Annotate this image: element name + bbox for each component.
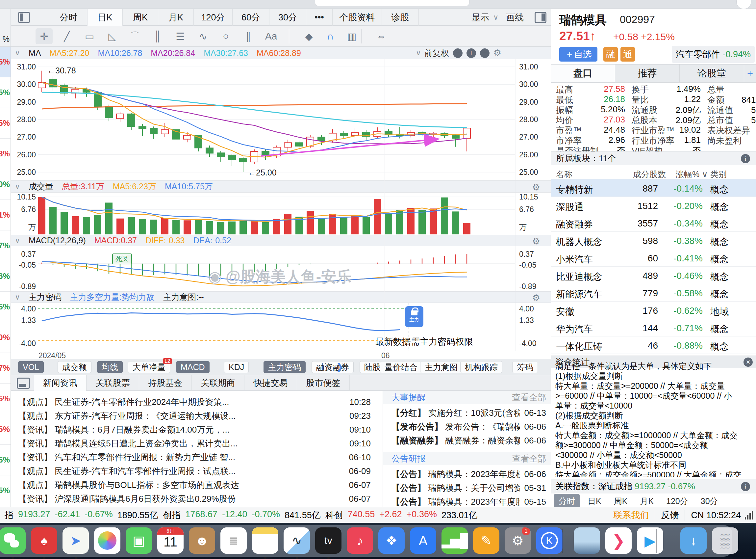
zoom-in-icon[interactable]: + <box>467 48 476 58</box>
sector-row-安徽[interactable]: 安徽176-0.62%地域 <box>551 301 756 319</box>
news-item[interactable]: 【观点】 瑞鹄模具股价与BOLL指标：多空市场的直观表达06-07 <box>11 478 383 492</box>
indicator-筹码[interactable]: 筹码 <box>512 361 538 373</box>
text-tool-icon[interactable]: Aa <box>262 28 280 44</box>
watchlist-row[interactable]: 8% <box>0 139 10 169</box>
info-icon[interactable]: i <box>741 154 750 163</box>
tab-诊股[interactable]: 诊股 <box>382 9 419 26</box>
info-icon[interactable]: i <box>741 482 750 491</box>
sector-row-专精特新[interactable]: 专精特新887-0.14%概念 <box>551 179 756 197</box>
event-item[interactable]: 【发布公告】 发布公告：《瑞鹄模具：2023年年度权益...06-06 <box>383 420 551 433</box>
indicator-VOL[interactable]: VOL <box>18 361 44 373</box>
spacing-tool-icon[interactable]: ⇔ <box>373 28 390 44</box>
dock-freeform-icon[interactable]: ∿ <box>284 528 310 554</box>
view-all-link[interactable]: 查看全部 <box>512 453 546 465</box>
indicator-大单净量[interactable]: 大单净量L2 <box>128 361 170 373</box>
panel-tab-推荐[interactable]: 推荐 <box>615 65 680 82</box>
watchlist-row[interactable]: 7% <box>0 230 10 261</box>
sector-row-一体化压铸[interactable]: 一体化压铸46-0.88%概念 <box>551 336 756 354</box>
news-tab-持股基金[interactable]: 持股基金 <box>139 375 192 391</box>
watchlist-row[interactable]: 5% <box>0 77 10 108</box>
sector-row-华为汽车[interactable]: 华为汽车144-0.71%概念 <box>551 319 756 336</box>
watchlist-row[interactable]: 5% <box>0 475 10 506</box>
more-indicators-icon[interactable]: ❯ <box>336 361 344 372</box>
dock-arrow-app-icon[interactable]: ❯ <box>605 528 632 554</box>
mini-tab-120分[interactable]: 120分 <box>662 494 693 507</box>
indicator-KDJ[interactable]: KDJ <box>224 361 249 373</box>
mini-tab-日K[interactable]: 日K <box>583 494 606 507</box>
news-tab-关联期商[interactable]: 关联期商 <box>192 375 244 391</box>
zhuli-settings-gear-icon[interactable]: ⚙ <box>532 293 540 303</box>
news-tab-快捷交易[interactable]: 快捷交易 <box>244 375 297 391</box>
add-tab-button[interactable]: ＋ <box>744 65 756 82</box>
dock-maps-icon[interactable]: ➤ <box>63 528 89 554</box>
news-item[interactable]: 【资讯】 沪深股通|瑞鹄模具6月6日获外资卖出0.29%股份06-07 <box>11 492 383 506</box>
watchlist-row[interactable]: 5% <box>0 445 10 475</box>
gann-fan-tool-icon[interactable]: ◺ <box>104 28 121 44</box>
dock-contacts-icon[interactable]: ☻ <box>189 528 215 554</box>
sector-row-比亚迪概念[interactable]: 比亚迪概念489-0.46%概念 <box>551 267 756 284</box>
watchlist-row[interactable]: 5% <box>0 292 10 322</box>
event-item[interactable]: 【公告】 瑞鹄模具：2023年年度权益分派实施公告06-06 <box>383 467 551 481</box>
arc-tool-icon[interactable]: ⌒ <box>126 28 143 44</box>
volume-settings-gear-icon[interactable]: ⚙ <box>532 182 540 193</box>
news-item[interactable]: 【观点】 东方证券-汽车行业周报：《交通运输大规模设...09:23 <box>11 409 383 423</box>
tab-分时[interactable]: 分时 <box>50 9 87 26</box>
dock-calendar-icon[interactable]: 6月11 <box>157 528 184 554</box>
connect-badge[interactable]: 通 <box>620 47 635 62</box>
tab-周K[interactable]: 周K <box>123 9 158 26</box>
watchlist-row[interactable]: 5% <box>0 47 10 77</box>
indicator-量价结合[interactable]: 量价结合 <box>380 361 422 373</box>
sector-row-机器人概念[interactable]: 机器人概念598-0.38%概念 <box>551 232 756 249</box>
collapse-chevron-icon[interactable]: ∨ <box>15 293 20 301</box>
left-panel-toggle-icon[interactable] <box>18 12 30 23</box>
mini-tab-月K[interactable]: 月K <box>635 494 658 507</box>
titlebar-search-field[interactable] <box>315 0 469 6</box>
trash-tool-icon[interactable]: ▥ <box>343 28 360 44</box>
titlebar-avatar[interactable] <box>736 0 751 9</box>
mini-tab-30分[interactable]: 30分 <box>696 494 723 507</box>
indicator-机构跟踪[interactable]: 机构跟踪 <box>460 361 502 373</box>
industry-tag[interactable]: 汽车零部件 -0.94% <box>672 46 755 63</box>
dock-trash-icon[interactable]: ▒ <box>712 528 738 554</box>
indicator-主力意图[interactable]: 主力意图 <box>420 361 462 373</box>
news-tab-股市便签[interactable]: 股市便签 <box>297 375 350 391</box>
watchlist-row[interactable]: 7% <box>0 353 10 383</box>
collapse-chevron-icon[interactable]: ∨ <box>15 49 20 57</box>
dock-settings-icon[interactable]: ⚙1 <box>505 528 531 554</box>
indicator-主力密码[interactable]: 主力密码 <box>263 361 306 373</box>
tab-60分[interactable]: 60分 <box>233 9 269 26</box>
drawline-button[interactable]: 画线 <box>506 9 524 26</box>
contact-us-link[interactable]: 联系我们 <box>613 509 649 521</box>
dock-photo-preview-icon[interactable] <box>574 528 600 554</box>
dock-reminders-icon[interactable]: ≣ <box>220 528 247 554</box>
watchlist-row[interactable]: 5% <box>0 383 10 414</box>
dock-photos-icon[interactable] <box>94 528 120 554</box>
news-item[interactable]: 【观点】 民生证券-汽车和汽车零部件行业周报：试点联...06-09 <box>11 464 383 478</box>
magnet-tool-icon[interactable]: ∩ <box>322 28 339 44</box>
news-item[interactable]: 【资讯】 瑞鹄模具连续5日遭北上资金净卖出，累计卖出...09:10 <box>11 437 383 450</box>
event-item[interactable]: 【公告】 瑞鹄模具：关于公司增资完成工商变更并换发营...05-31 <box>383 481 551 495</box>
adjust-mode-control[interactable]: ∨前复权 − + − ⚙ <box>412 47 501 59</box>
indicator-均线[interactable]: 均线 <box>97 361 123 373</box>
wave-tool-icon[interactable]: ∿ <box>194 28 212 44</box>
panel-tab-论股堂[interactable]: 论股堂 <box>680 65 744 82</box>
view-all-link[interactable]: 查看全部 <box>512 392 546 403</box>
dock-facetime-icon[interactable]: ▣ <box>126 528 152 554</box>
collapse-chevron-icon[interactable]: ∨ <box>15 182 20 191</box>
collapse-panel-icon[interactable] <box>17 378 30 389</box>
news-tab-新闻资讯[interactable]: 新闻资讯 <box>34 375 87 391</box>
dock-numbers-icon[interactable]: ▂▅█ <box>442 528 468 554</box>
tab-日K[interactable]: 日K <box>87 9 123 26</box>
dock-cards-icon[interactable]: ♠ <box>31 528 57 554</box>
dock-kline-app-icon[interactable]: K <box>536 528 563 554</box>
mini-tab-周K[interactable]: 周K <box>609 494 632 507</box>
dock-wechat-icon[interactable] <box>0 528 26 554</box>
tab-30分[interactable]: 30分 <box>269 9 306 26</box>
sector-row-小米汽车[interactable]: 小米汽车60-0.41%概念 <box>551 249 756 267</box>
zhuli-lock-icon[interactable]: 主力 <box>405 306 423 327</box>
macd-settings-gear-icon[interactable]: ⚙ <box>532 236 540 247</box>
indicator-融资融券[interactable]: 融资融券 <box>311 361 354 373</box>
news-item[interactable]: 【资讯】 汽车和汽车零部件行业周报：新势力产业链 智...06-10 <box>11 450 383 464</box>
dock-downloads-icon[interactable]: ↓ <box>680 528 707 554</box>
dock-keynote-icon[interactable]: ❖ <box>378 528 405 554</box>
